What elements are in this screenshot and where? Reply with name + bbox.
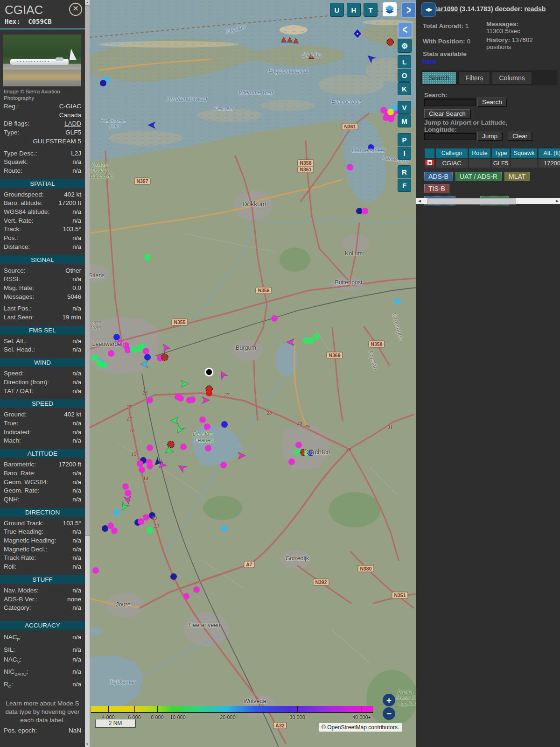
aircraft-marker[interactable] xyxy=(347,164,353,170)
stats-here-link[interactable]: here xyxy=(423,57,436,64)
map-button-i[interactable]: I xyxy=(398,147,411,160)
aircraft-marker[interactable] xyxy=(100,80,106,86)
aircraft-marker[interactable] xyxy=(356,208,363,214)
aircraft-marker[interactable] xyxy=(101,362,107,368)
map-button-r[interactable]: R xyxy=(398,165,411,178)
aircraft-marker[interactable] xyxy=(113,334,120,340)
map-button-t[interactable]: T xyxy=(364,3,378,17)
aircraft-marker[interactable] xyxy=(124,496,132,504)
aircraft-marker[interactable] xyxy=(144,354,151,360)
map-button-p[interactable]: P xyxy=(398,133,411,146)
aircraft-marker[interactable] xyxy=(113,509,120,515)
column-header-flag[interactable] xyxy=(425,148,434,158)
search-input[interactable] xyxy=(424,99,476,106)
aircraft-marker[interactable] xyxy=(140,361,148,368)
filter-chip-mlat[interactable]: MLAT xyxy=(504,172,530,181)
aircraft-marker[interactable] xyxy=(221,525,227,532)
aircraft-marker[interactable] xyxy=(122,483,129,490)
readsb-link[interactable]: readsb xyxy=(524,5,546,13)
aircraft-marker[interactable] xyxy=(92,567,99,574)
map-button-m[interactable]: M xyxy=(398,114,411,127)
panel-expand-button[interactable]: > xyxy=(401,2,416,18)
column-header-callsign[interactable]: Callsign xyxy=(436,148,468,158)
aircraft-marker[interactable] xyxy=(202,397,210,404)
aircraft-marker[interactable] xyxy=(199,416,206,423)
column-header-type[interactable]: Type xyxy=(492,148,510,158)
aircraft-marker[interactable] xyxy=(170,573,177,580)
aircraft-marker[interactable] xyxy=(180,444,187,450)
filter-chip-ads-b[interactable]: ADS-B xyxy=(424,172,453,181)
aircraft-marker[interactable] xyxy=(102,525,108,532)
scrollbar-thumb[interactable] xyxy=(85,5,90,536)
aircraft-marker[interactable] xyxy=(365,53,376,63)
aircraft-marker[interactable] xyxy=(138,518,144,525)
aircraft-marker[interactable] xyxy=(147,397,153,403)
panel-toggle-button[interactable]: ◀▶ xyxy=(421,2,436,17)
aircraft-marker[interactable] xyxy=(362,208,368,214)
aircraft-marker[interactable] xyxy=(388,116,394,122)
filter-chip-uat-ads-r[interactable]: UAT / ADS-R xyxy=(455,172,502,181)
tar1090-link[interactable]: tar1090 xyxy=(435,5,458,13)
aircraft-marker[interactable] xyxy=(218,369,228,379)
aircraft-marker[interactable] xyxy=(119,502,129,512)
aircraft-marker[interactable] xyxy=(139,466,145,473)
map-button-u[interactable]: U xyxy=(330,3,344,17)
settings-button[interactable]: ⚙ xyxy=(398,39,412,53)
aircraft-marker[interactable] xyxy=(91,354,98,361)
aircraft-marker[interactable] xyxy=(387,109,394,115)
aircraft-marker[interactable] xyxy=(206,390,212,396)
scroll-down-icon[interactable]: ▼ xyxy=(85,742,90,747)
aircraft-marker[interactable] xyxy=(238,452,245,459)
map-attribution[interactable]: © OpenStreetMap contributors. xyxy=(319,723,402,732)
scroll-up-icon[interactable]: ▲ xyxy=(85,0,90,5)
aircraft-marker[interactable] xyxy=(308,338,314,344)
aircraft-marker[interactable] xyxy=(181,381,189,388)
callsign-link[interactable]: CGIAC xyxy=(436,159,468,168)
aircraft-marker[interactable] xyxy=(147,527,153,534)
scroll-right-icon[interactable]: ▶ xyxy=(554,198,560,204)
zoom-in-button[interactable]: + xyxy=(383,694,395,706)
link-c-giac[interactable]: C-GIAC xyxy=(59,102,81,111)
aircraft-marker[interactable] xyxy=(168,441,174,448)
hscrollbar-thumb[interactable] xyxy=(427,198,516,204)
aircraft-marker[interactable] xyxy=(295,442,302,448)
tab-search[interactable]: Search xyxy=(422,71,456,85)
map[interactable]: > < ⚙ 4 0006 0008 00010 00020 00030 0004… xyxy=(90,0,416,747)
column-header-squawk[interactable]: Squawk xyxy=(511,148,537,158)
map-button-f[interactable]: F xyxy=(398,179,411,192)
panel-collapse-button[interactable]: < xyxy=(398,22,413,38)
aircraft-marker[interactable] xyxy=(394,298,401,304)
jump-button[interactable]: Jump xyxy=(477,132,503,141)
panel-horizontal-scrollbar[interactable]: ◀ ▶ xyxy=(416,198,560,204)
tab-filters[interactable]: Filters xyxy=(458,71,490,85)
aircraft-marker[interactable] xyxy=(125,490,131,496)
aircraft-marker[interactable] xyxy=(175,425,184,435)
aircraft-marker[interactable] xyxy=(148,122,155,129)
jump-clear-button[interactable]: Clear xyxy=(508,132,532,141)
aircraft-marker[interactable] xyxy=(287,339,294,346)
tab-columns[interactable]: Columns xyxy=(492,71,532,85)
link-ladd[interactable]: LADD xyxy=(64,120,81,128)
map-button-k[interactable]: K xyxy=(398,82,411,95)
aircraft-marker[interactable] xyxy=(183,593,189,599)
aircraft-marker[interactable] xyxy=(143,348,149,354)
map-button-l[interactable]: L xyxy=(398,55,411,68)
map-button-o[interactable]: O xyxy=(398,69,411,82)
aircraft-marker[interactable] xyxy=(171,417,178,424)
aircraft-marker[interactable] xyxy=(137,460,143,467)
selected-aircraft-marker[interactable] xyxy=(205,368,213,376)
map-button-h[interactable]: H xyxy=(347,3,361,17)
close-icon[interactable]: ✕ xyxy=(69,3,82,16)
column-header-route[interactable]: Route xyxy=(469,148,490,158)
scroll-left-icon[interactable]: ◀ xyxy=(416,198,423,204)
aircraft-marker[interactable] xyxy=(161,342,170,352)
filter-chip-tis-b[interactable]: TIS-B xyxy=(424,184,449,193)
clear-search-button[interactable]: Clear Search xyxy=(424,109,471,119)
aircraft-marker[interactable] xyxy=(193,586,200,593)
aircraft-marker[interactable] xyxy=(313,333,320,340)
table-row[interactable]: CGIACGLF517200 xyxy=(425,158,560,168)
aircraft-marker[interactable] xyxy=(221,421,228,428)
aircraft-marker[interactable] xyxy=(161,354,168,360)
search-button[interactable]: Search xyxy=(477,98,507,107)
jump-input[interactable] xyxy=(424,133,476,140)
